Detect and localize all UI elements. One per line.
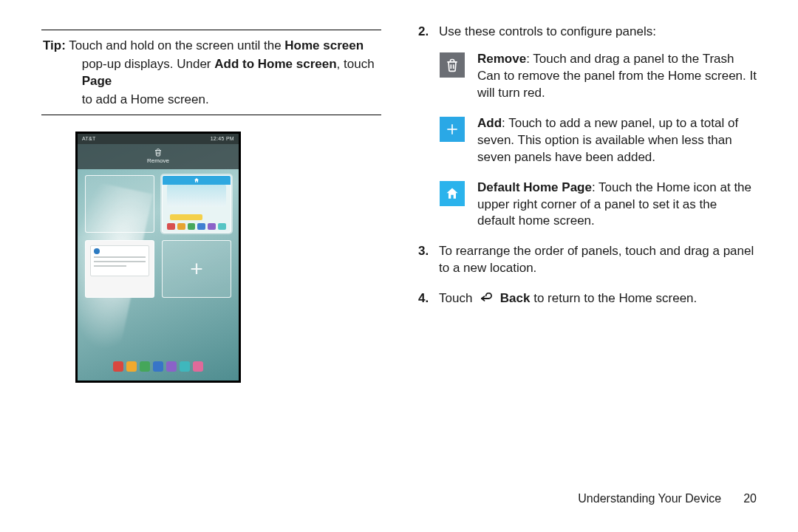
- footer-section: Understanding Your Device: [578, 491, 721, 507]
- step-4-number: 4.: [418, 290, 429, 307]
- control-home: Default Home Page: Touch the Home icon a…: [439, 180, 757, 231]
- device-panel-widget: [85, 240, 154, 298]
- plus-icon: +: [163, 241, 231, 297]
- tip-block: Tip: Touch and hold on the screen until …: [41, 38, 381, 109]
- control-remove-label: Remove: [477, 52, 526, 66]
- device-dock: [85, 361, 231, 373]
- device-carrier: AT&T: [82, 135, 96, 142]
- trash-icon: [440, 52, 465, 78]
- trash-icon: [154, 148, 163, 157]
- device-panel-add: +: [162, 240, 231, 298]
- control-add-label: Add: [477, 116, 502, 130]
- step-3: 3. To rearrange the order of panels, tou…: [439, 243, 757, 277]
- device-remove-bar: Remove: [78, 144, 239, 169]
- tip-line2b: Add to Home screen: [214, 57, 336, 71]
- control-remove: Remove: Touch and drag a panel to the Tr…: [439, 51, 757, 102]
- step-2-text: Use these controls to configure panels:: [439, 24, 656, 38]
- tip-line1b: Home screen: [284, 38, 364, 52]
- tip-line2a: pop-up displays. Under: [82, 57, 215, 71]
- home-icon: [440, 181, 465, 206]
- device-screenshot: AT&T 12:45 PM Remove: [75, 132, 241, 383]
- control-home-label: Default Home Page: [477, 180, 592, 194]
- device-panel-empty: [85, 175, 154, 233]
- step-4-back-label: Back: [500, 291, 531, 305]
- home-icon: [194, 177, 200, 183]
- step-2: 2. Use these controls to configure panel…: [439, 24, 757, 230]
- step-3-number: 3.: [418, 243, 429, 260]
- rule-top: [41, 30, 381, 30]
- device-panel-home: [162, 175, 231, 233]
- step-2-number: 2.: [418, 24, 429, 41]
- control-add: Add: Touch to add a new panel, up to a t…: [439, 115, 757, 166]
- page-footer: Understanding Your Device 20: [578, 491, 757, 507]
- tip-line2c: , touch: [337, 57, 375, 71]
- tip-line3: to add a Home screen.: [82, 92, 209, 106]
- tip-line2d: Page: [82, 74, 112, 88]
- step-4-c: to return to the Home screen.: [530, 291, 697, 305]
- plus-icon: [440, 117, 465, 142]
- tip-label: Tip:: [43, 38, 66, 52]
- step-4-a: Touch: [439, 291, 476, 305]
- footer-page-number: 20: [743, 491, 757, 507]
- rule-bottom: [41, 115, 381, 115]
- back-icon: [477, 293, 494, 310]
- device-remove-label: Remove: [147, 157, 169, 166]
- device-time: 12:45 PM: [211, 135, 234, 142]
- device-statusbar: AT&T 12:45 PM: [78, 134, 239, 144]
- control-add-text: : Touch to add a new panel, up to a tota…: [477, 116, 738, 164]
- step-3-text: To rearrange the order of panels, touch …: [439, 244, 754, 275]
- tip-line1a: Touch and hold on the screen until the: [69, 38, 284, 52]
- step-4: 4. Touch Back to return to the Home scre…: [439, 290, 757, 310]
